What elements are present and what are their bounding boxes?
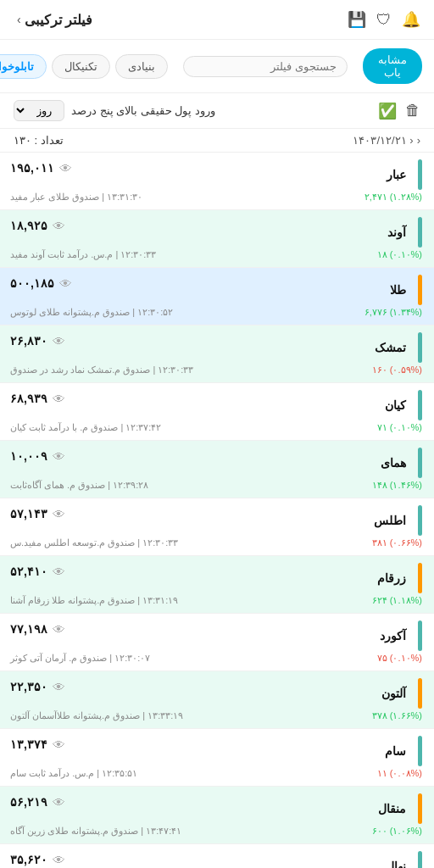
tabs-row: مشابه یاب بنیادی تکنیکال تابلوخوانی (0, 40, 434, 93)
filter-row: 🗑 ✅ ورود پول حقیقی بالای پنج درصد روز (0, 93, 434, 129)
eye-icon[interactable]: 👁 (53, 853, 65, 867)
fund-name: سام (385, 744, 406, 758)
fund-name: کیان (385, 398, 406, 412)
save-icon[interactable]: 💾 (348, 10, 366, 29)
tab-tablokhani[interactable]: تابلوخوانی (0, 54, 47, 79)
fund-bottom: ۷۵ (۰.۱۰%) ۱۲:۳۰:۰۷ | صندوق م. آرمان آتی… (10, 653, 422, 664)
fund-name: اطلس (374, 514, 406, 527)
fund-main: منقال 👁 ۵۶,۲۱۹ ۶۰۰ (۱.۰۶%) ۱۳:۴۷:۴۱ | صن… (10, 793, 422, 837)
fund-name: طلا (390, 283, 406, 297)
search-input[interactable] (194, 60, 337, 73)
fund-value: ۵۷,۱۴۳ (10, 507, 47, 520)
fund-top: همای 👁 ۱۰,۰۰۹ (10, 448, 422, 478)
fund-value: ۶۸,۹۳۹ (10, 392, 47, 405)
eye-icon[interactable]: 👁 (53, 622, 65, 637)
fund-main: نهال 👁 ۳۵,۶۲۰ ۱,۰۱۶ (۲.۹۵%) ۱۲:۵۷:۱۰ | ص… (10, 851, 422, 868)
fund-item[interactable]: همای 👁 ۱۰,۰۰۹ ۱۴۸ (۱.۴۶%) ۱۲:۳۹:۲۸ | صند… (0, 441, 434, 498)
fund-item[interactable]: اطلس 👁 ۵۷,۱۴۳ ۳۸۱ (۰.۶۶%) ۱۲:۳۰:۳۳ | صند… (0, 498, 434, 556)
fund-change: ۷۵ (۰.۱۰%) (377, 653, 422, 664)
bell-icon[interactable]: 🔔 (402, 10, 420, 29)
fund-color-bar (418, 217, 422, 248)
fund-color-bar (418, 851, 422, 868)
fund-desc: ۱۲:۳۵:۵۱ | م.س. درآمد ثابت سام (10, 768, 137, 779)
fund-item[interactable]: سام 👁 ۱۳,۳۷۴ ۱۱ (۰.۰۸%) ۱۲:۳۵:۵۱ | م.س. … (0, 729, 434, 787)
fund-change: ۷۱ (۰.۱۰%) (377, 422, 422, 433)
fund-value: ۱۸,۹۲۵ (10, 219, 47, 232)
fund-item[interactable]: عبار 👁 ۱۹۵,۰۱۱ ۲,۴۷۱ (۱.۲۸%) ۱۳:۳۱:۳۰ | … (0, 153, 434, 210)
fund-item[interactable]: کیان 👁 ۶۸,۹۳۹ ۷۱ (۰.۱۰%) ۱۲:۳۷:۴۲ | صندو… (0, 383, 434, 441)
fund-bottom: ۱۱ (۰.۰۸%) ۱۲:۳۵:۵۱ | م.س. درآمد ثابت سا… (10, 768, 422, 779)
fund-bottom: ۲,۴۷۱ (۱.۲۸%) ۱۳:۳۱:۳۰ | صندوق طلای عبار… (10, 192, 422, 203)
fund-item[interactable]: آوند 👁 ۱۸,۹۲۵ ۱۸ (۰.۱۰%) ۱۲:۳۰:۳۳ | م.س.… (0, 210, 434, 268)
fund-name: منقال (378, 802, 406, 815)
eye-icon[interactable]: 👁 (59, 276, 72, 291)
stats-count: تعداد : ۱۳۰ (14, 134, 64, 147)
fund-bottom: ۶۰۰ (۱.۰۶%) ۱۳:۴۷:۴۱ | صندوق م.پشتوانه ط… (10, 826, 422, 837)
page-title: فیلتر ترکیبی (25, 12, 92, 28)
fund-item[interactable]: تمشک 👁 ۲۶,۸۳۰ ۱۶۰ (۰.۵۹%) ۱۲:۳۰:۳۳ | صند… (0, 326, 434, 383)
fund-top: سام 👁 ۱۳,۳۷۴ (10, 736, 422, 766)
fund-desc: ۱۲:۳۹:۲۸ | صندوق م. همای آگاه‌ثابت (10, 480, 148, 491)
fund-item[interactable]: آلتون 👁 ۲۲,۳۵۰ ۳۷۸ (۱.۶۶%) ۱۳:۳۳:۱۹ | صن… (0, 671, 434, 729)
fund-desc: ۱۲:۳۰:۳۳ | م.س. درآمد ثابت آوند مفید (10, 249, 156, 260)
fund-bottom: ۶۲۴ (۱.۱۸%) ۱۳:۳۱:۱۹ | صندوق م.پشتوانه ط… (10, 595, 422, 606)
fund-change: ۲,۴۷۱ (۱.۲۸%) (364, 192, 422, 203)
fund-list: عبار 👁 ۱۹۵,۰۱۱ ۲,۴۷۱ (۱.۲۸%) ۱۳:۳۱:۳۰ | … (0, 153, 434, 868)
fund-change: ۱۸ (۰.۱۰%) (377, 249, 422, 260)
tab-bonyadi[interactable]: بنیادی (115, 54, 168, 79)
fund-color-bar (418, 620, 422, 651)
tabs-container: بنیادی تکنیکال تابلوخوانی (0, 54, 168, 79)
fund-change: ۶,۷۷۶ (۱.۳۴%) (364, 307, 422, 318)
fund-desc: ۱۳:۳۱:۱۹ | صندوق م.پشتوانه طلا زرقام آشن… (10, 595, 178, 606)
eye-icon[interactable]: 👁 (53, 795, 65, 810)
day-select[interactable]: روز (14, 100, 64, 121)
tab-technical[interactable]: تکنیکال (52, 54, 110, 79)
fund-name: تمشک (375, 341, 406, 354)
fund-name: زرقام (377, 571, 406, 585)
fund-item[interactable]: طلا 👁 ۵۰۰,۱۸۵ ۶,۷۷۶ (۱.۳۴%) ۱۲:۳۰:۵۲ | ص… (0, 268, 434, 326)
fund-value: ۱۳,۳۷۴ (10, 737, 47, 751)
eye-icon[interactable]: 👁 (59, 161, 72, 175)
trash-icon[interactable]: 🗑 (405, 102, 420, 120)
fund-desc: ۱۲:۳۰:۵۲ | صندوق م.پشتوانه طلای لوتوس (10, 307, 173, 318)
fund-desc: ۱۳:۳۳:۱۹ | صندوق م.پشتوانه طلاآسمان آلتو… (10, 710, 183, 721)
fund-change: ۱۱ (۰.۰۸%) (377, 768, 422, 779)
fund-name: همای (381, 456, 406, 470)
stats-row: ‹ ‹ ۱۴۰۳/۱۲/۲۱ تعداد : ۱۳۰ (0, 129, 434, 153)
fund-desc: ۱۳:۳۱:۳۰ | صندوق طلای عبار مفید (10, 192, 142, 203)
eye-icon[interactable]: 👁 (53, 737, 65, 752)
fund-main: سام 👁 ۱۳,۳۷۴ ۱۱ (۰.۰۸%) ۱۲:۳۵:۵۱ | م.س. … (10, 736, 422, 779)
fund-desc: ۱۲:۳۰:۰۷ | صندوق م. آرمان آتی کوثر (10, 653, 150, 664)
fund-name: نهال (386, 860, 406, 868)
fund-main: عبار 👁 ۱۹۵,۰۱۱ ۲,۴۷۱ (۱.۲۸%) ۱۳:۳۱:۳۰ | … (10, 159, 422, 203)
eye-icon[interactable]: 👁 (53, 680, 65, 694)
fund-color-bar (418, 563, 422, 593)
eye-icon[interactable]: 👁 (53, 219, 65, 233)
fund-top: منقال 👁 ۵۶,۲۱۹ (10, 793, 422, 824)
fund-change: ۱۴۸ (۱.۴۶%) (372, 480, 422, 491)
eye-icon[interactable]: 👁 (53, 334, 65, 348)
fund-top: طلا 👁 ۵۰۰,۱۸۵ (10, 275, 422, 305)
eye-icon[interactable]: 👁 (53, 565, 65, 579)
fund-main: طلا 👁 ۵۰۰,۱۸۵ ۶,۷۷۶ (۱.۳۴%) ۱۲:۳۰:۵۲ | ص… (10, 275, 422, 318)
fund-change: ۶۲۴ (۱.۱۸%) (372, 595, 422, 606)
fund-desc: ۱۲:۳۰:۳۳ | صندوق م.توسعه اطلس مفید.س (10, 537, 178, 548)
similar-search-button[interactable]: مشابه یاب (363, 48, 422, 84)
fund-desc: ۱۲:۳۷:۴۲ | صندوق م. با درآمد ثابت کیان (10, 422, 161, 433)
fund-item[interactable]: منقال 👁 ۵۶,۲۱۹ ۶۰۰ (۱.۰۶%) ۱۳:۴۷:۴۱ | صن… (0, 787, 434, 844)
fund-item[interactable]: زرقام 👁 ۵۲,۴۱۰ ۶۲۴ (۱.۱۸%) ۱۳:۳۱:۱۹ | صن… (0, 556, 434, 614)
eye-icon[interactable]: 👁 (53, 449, 65, 464)
fund-item[interactable]: آکورد 👁 ۷۷,۱۹۸ ۷۵ (۰.۱۰%) ۱۲:۳۰:۰۷ | صند… (0, 614, 434, 671)
eye-icon[interactable]: 👁 (53, 392, 65, 406)
fund-item[interactable]: نهال 👁 ۳۵,۶۲۰ ۱,۰۱۶ (۲.۹۵%) ۱۲:۵۷:۱۰ | ص… (0, 844, 434, 868)
fund-main: آوند 👁 ۱۸,۹۲۵ ۱۸ (۰.۱۰%) ۱۲:۳۰:۳۳ | م.س.… (10, 217, 422, 260)
fund-top: اطلس 👁 ۵۷,۱۴۳ (10, 505, 422, 536)
fund-top: کیان 👁 ۶۸,۹۳۹ (10, 390, 422, 420)
stats-date: ‹ ‹ ۱۴۰۳/۱۲/۲۱ (353, 134, 420, 147)
check-icon[interactable]: ✅ (378, 102, 397, 120)
shield-icon[interactable]: 🛡 (376, 11, 392, 29)
fund-color-bar (418, 736, 422, 766)
fund-main: اطلس 👁 ۵۷,۱۴۳ ۳۸۱ (۰.۶۶%) ۱۲:۳۰:۳۳ | صند… (10, 505, 422, 548)
fund-bottom: ۶,۷۷۶ (۱.۳۴%) ۱۲:۳۰:۵۲ | صندوق م.پشتوانه… (10, 307, 422, 318)
eye-icon[interactable]: 👁 (53, 507, 65, 521)
